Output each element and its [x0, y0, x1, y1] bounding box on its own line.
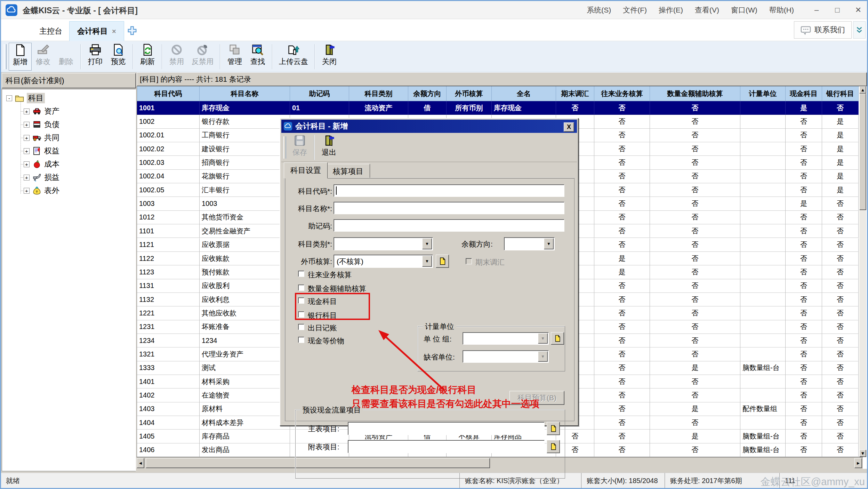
toolbar-separator	[220, 44, 220, 69]
column-header-全名[interactable]: 全名	[492, 86, 556, 101]
minimize-button[interactable]: –	[811, 6, 822, 15]
contact-us-button[interactable]: 联系我们	[794, 21, 852, 39]
toolbar-button-关闭[interactable]: 关闭	[318, 43, 341, 71]
tree-item-负债[interactable]: +负债	[24, 119, 59, 130]
unit-group-combobox[interactable]: ▼	[463, 332, 549, 345]
column-header-期末调汇[interactable]: 期末调汇	[556, 86, 594, 101]
checkbox-往来业务核算[interactable]	[298, 271, 304, 277]
status-ready: 就绪	[1, 473, 25, 488]
main-item-lookup-button[interactable]	[547, 422, 560, 435]
close-button[interactable]: ✕	[852, 6, 864, 15]
menu-item[interactable]: 操作(E)	[659, 5, 683, 15]
dialog-exit-button[interactable]: 退出	[318, 134, 340, 161]
column-header-科目类别[interactable]: 科目类别	[349, 86, 408, 101]
tree-item-成本[interactable]: +成本	[24, 158, 59, 170]
maximize-button[interactable]: □	[831, 6, 843, 15]
mnemonic-input[interactable]	[333, 219, 564, 232]
tab-console[interactable]: 主控台	[32, 21, 70, 41]
unit-group-lookup-button[interactable]	[551, 332, 564, 345]
table-vertical-scrollbar[interactable]: ▲ ▼	[859, 86, 866, 457]
checkbox-现金等价物[interactable]	[298, 337, 304, 343]
new-tab-plus-icon[interactable]	[127, 25, 137, 36]
direction-combobox[interactable]: ▼	[504, 237, 555, 250]
scroll-left-icon[interactable]: ◄	[137, 458, 144, 468]
toolbar-button-反禁用[interactable]: 反禁用	[188, 43, 217, 71]
tree-expand-toggle[interactable]: +	[24, 122, 30, 128]
scroll-up-icon[interactable]: ▲	[859, 86, 866, 94]
exit-icon	[323, 43, 336, 56]
menu-item[interactable]: 查看(V)	[695, 5, 719, 15]
column-header-余额方向[interactable]: 余额方向	[408, 86, 447, 101]
toolbar-button-查找[interactable]: 查找	[246, 43, 269, 71]
sub-item-lookup-button[interactable]	[547, 440, 560, 453]
column-header-现金科目[interactable]: 现金科目	[786, 86, 822, 101]
tree-item-共同[interactable]: +共同	[24, 132, 59, 144]
tree-root-subjects[interactable]: -科目	[6, 92, 45, 104]
default-unit-combobox[interactable]: ▼	[463, 350, 549, 363]
dialog-tab-accounting-items[interactable]: 核算项目	[326, 164, 370, 178]
dialog-tab-subject-settings[interactable]: 科目设置	[284, 162, 328, 178]
tree-expand-toggle[interactable]: +	[24, 188, 30, 194]
column-header-数量金额辅助核算[interactable]: 数量金额辅助核算	[650, 86, 740, 101]
toolbar-button-预览[interactable]: 预览	[107, 43, 130, 71]
toolbar-button-新增[interactable]: 新增	[9, 43, 32, 71]
menu-item[interactable]: 文件(F)	[623, 5, 647, 15]
tree-collapse-toggle[interactable]: -	[6, 95, 12, 101]
checkbox-出日记账[interactable]	[298, 324, 304, 330]
table-cell: 否	[650, 293, 740, 306]
toolbar-button-删除[interactable]: 删除	[55, 43, 78, 71]
table-cell	[740, 375, 786, 388]
currency-combobox[interactable]: (不核算) ▼	[333, 255, 433, 268]
dropdown-arrow-icon[interactable]: ▼	[544, 238, 554, 249]
menu-item[interactable]: 系统(S)	[587, 5, 611, 15]
tree-expand-toggle[interactable]: +	[24, 175, 30, 181]
toolbar-button-上传云盘[interactable]: 上传云盘	[275, 43, 312, 71]
checkbox-数量金额辅助核算[interactable]	[298, 284, 304, 291]
toolbar-grip[interactable]	[4, 44, 7, 69]
tree-item-资产[interactable]: +资产	[24, 105, 59, 117]
column-header-银行科目[interactable]: 银行科目	[822, 86, 859, 101]
column-header-助记码[interactable]: 助记码	[290, 86, 349, 101]
code-input[interactable]	[333, 184, 564, 197]
category-combobox[interactable]: ▼	[333, 237, 433, 250]
scroll-down-icon[interactable]: ▼	[859, 450, 866, 457]
main-item-input[interactable]	[348, 422, 545, 435]
tree-expand-toggle[interactable]: +	[24, 109, 30, 114]
toolbar-button-管理[interactable]: 管理	[223, 43, 246, 71]
scroll-right-icon[interactable]: ►	[854, 458, 862, 468]
tab-accounting-subjects[interactable]: 会计科目 ×	[69, 21, 124, 41]
toolbar-button-label: 禁用	[169, 57, 184, 66]
table-row[interactable]: 1001库存现金01流动资产借所有币别库存现金否否否是否	[137, 101, 859, 115]
menu-item[interactable]: 窗口(W)	[731, 5, 757, 15]
currency-lookup-button[interactable]	[436, 255, 449, 268]
toolbar-button-打印[interactable]: 打印	[84, 43, 107, 71]
tree-item-损益[interactable]: +损益	[24, 171, 59, 183]
column-header-外币核算[interactable]: 外币核算	[447, 86, 492, 101]
dialog-save-button[interactable]: 保存	[288, 134, 311, 161]
name-input[interactable]	[333, 202, 564, 214]
column-header-往来业务核算[interactable]: 往来业务核算	[594, 86, 650, 101]
tree-expand-toggle[interactable]: +	[24, 135, 30, 141]
toolbar-button-禁用[interactable]: 禁用	[165, 43, 188, 71]
toolbar-button-修改[interactable]: 修改	[32, 43, 55, 71]
tab-close-icon[interactable]: ×	[112, 27, 116, 35]
dropdown-arrow-icon[interactable]: ▼	[422, 256, 432, 267]
column-header-计量单位[interactable]: 计量单位	[740, 86, 786, 101]
column-header-科目代码[interactable]: 科目代码	[137, 86, 200, 101]
toolbar-button-刷新[interactable]: 刷新	[136, 43, 159, 71]
vertical-scroll-thumb[interactable]	[859, 94, 866, 210]
sub-item-input[interactable]	[348, 440, 545, 453]
tree-item-权益[interactable]: +权益	[24, 145, 59, 157]
dropdown-arrow-icon[interactable]: ▼	[422, 238, 432, 249]
dialog-close-button[interactable]: X	[564, 122, 574, 132]
collapse-toolbar-button[interactable]	[853, 21, 866, 39]
table-cell	[740, 265, 786, 279]
tree-item-表外[interactable]: +表外	[24, 185, 59, 197]
column-header-科目名称[interactable]: 科目名称	[200, 86, 290, 101]
table-cell: 1405	[137, 430, 200, 443]
table-cell: 是	[822, 156, 859, 169]
tree-expand-toggle[interactable]: +	[24, 148, 30, 154]
menu-item[interactable]: 帮助(H)	[769, 5, 794, 15]
toolbar-button-label: 修改	[36, 57, 50, 66]
tree-expand-toggle[interactable]: +	[24, 161, 30, 167]
